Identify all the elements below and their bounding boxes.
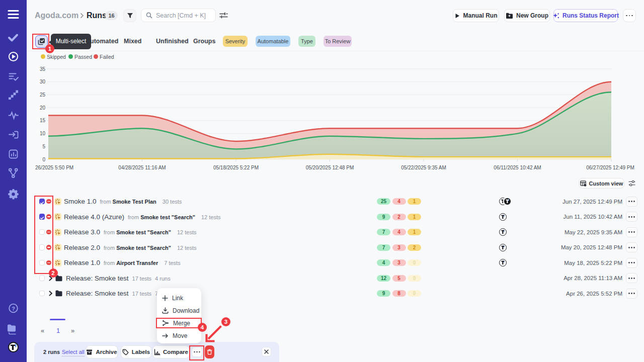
svg-text:10: 10 (40, 131, 46, 136)
svg-text:05/22/2025 9:35 AM: 05/22/2025 9:35 AM (401, 165, 446, 170)
svg-text:05/18/2025 5:22 PM: 05/18/2025 5:22 PM (213, 165, 259, 170)
svg-text:25: 25 (40, 92, 46, 98)
svg-text:?: ? (12, 306, 15, 312)
svg-text:30: 30 (40, 79, 46, 84)
svg-text:06/11/2025 10:42 AM: 06/11/2025 10:42 AM (494, 165, 541, 170)
svg-text:04/28/2025 11:16 AM: 04/28/2025 11:16 AM (118, 165, 166, 170)
svg-text:05/20/2025 12:48 PM: 05/20/2025 12:48 PM (306, 165, 354, 170)
svg-text:06/27/2025 12:49 PM: 06/27/2025 12:49 PM (586, 165, 634, 170)
svg-text:5: 5 (42, 144, 45, 149)
svg-text:26/2025 5:50 PM: 26/2025 5:50 PM (35, 165, 73, 170)
svg-text:35: 35 (40, 66, 46, 72)
svg-text:15: 15 (40, 118, 46, 123)
svg-text:20: 20 (40, 105, 46, 111)
svg-text:0: 0 (42, 157, 45, 162)
